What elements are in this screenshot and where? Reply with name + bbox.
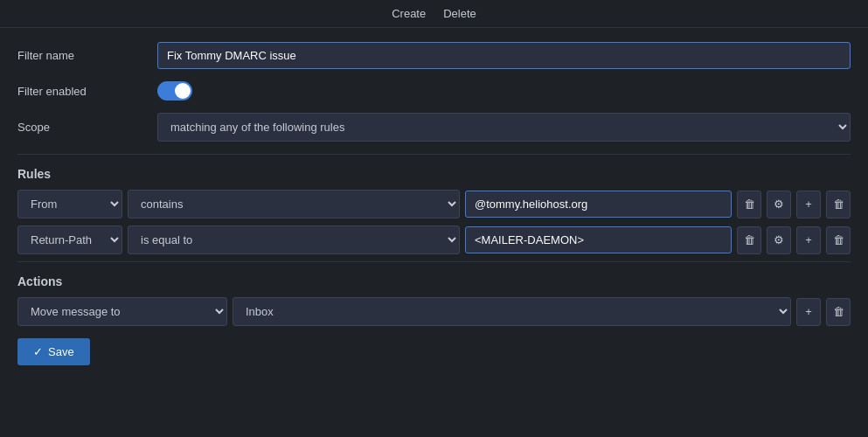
save-checkmark-icon: ✓ xyxy=(33,345,43,358)
rule2-delete-icon: 🗑 xyxy=(744,233,755,246)
filter-enabled-row: Filter enabled xyxy=(17,81,851,101)
rule2-gear-btn[interactable]: ⚙ xyxy=(767,226,791,254)
filter-enabled-toggle[interactable] xyxy=(157,81,192,101)
action-destination-select[interactable]: Inbox Spam Trash Sent xyxy=(233,297,791,326)
action-delete-icon: 🗑 xyxy=(833,305,844,318)
scope-select[interactable]: matching any of the following rules matc… xyxy=(157,113,851,142)
rule1-remove-icon: 🗑 xyxy=(833,198,844,211)
rule1-delete-icon: 🗑 xyxy=(744,198,755,211)
create-link[interactable]: Create xyxy=(392,7,426,20)
divider-2 xyxy=(17,261,851,262)
action-add-icon: + xyxy=(805,305,812,318)
rule1-value-input[interactable] xyxy=(465,191,732,218)
rule2-field-select[interactable]: From To Subject Return-Path xyxy=(17,225,122,254)
top-bar: Create Delete xyxy=(0,0,868,28)
filter-enabled-label: Filter enabled xyxy=(17,85,157,98)
filter-name-control xyxy=(157,42,851,69)
rule2-gear-icon: ⚙ xyxy=(774,233,784,246)
main-content: Filter name Filter enabled Scope matchin… xyxy=(0,28,868,379)
action-delete-btn[interactable]: 🗑 xyxy=(826,298,851,326)
scope-control: matching any of the following rules matc… xyxy=(157,113,851,142)
filter-name-input[interactable] xyxy=(157,42,851,69)
rule2-remove-btn[interactable]: 🗑 xyxy=(826,226,851,254)
scope-row: Scope matching any of the following rule… xyxy=(17,113,851,142)
save-button[interactable]: ✓ Save xyxy=(17,338,90,365)
rule2-value-input[interactable] xyxy=(465,226,732,253)
save-label: Save xyxy=(48,345,74,358)
rules-heading: Rules xyxy=(17,167,851,181)
rule2-delete-btn[interactable]: 🗑 xyxy=(737,226,761,254)
delete-link[interactable]: Delete xyxy=(443,7,476,20)
rule1-gear-btn[interactable]: ⚙ xyxy=(767,191,791,218)
rule1-remove-btn[interactable]: 🗑 xyxy=(826,191,851,218)
toggle-slider xyxy=(157,81,192,101)
rule2-add-icon: + xyxy=(805,233,812,246)
filter-name-row: Filter name xyxy=(17,42,851,69)
actions-heading: Actions xyxy=(17,274,851,288)
action-add-btn[interactable]: + xyxy=(796,298,821,326)
rule1-delete-btn[interactable]: 🗑 xyxy=(737,191,761,218)
rule2-add-btn[interactable]: + xyxy=(796,226,821,254)
actions-row: Move message to Copy message to Delete m… xyxy=(17,297,851,326)
rule2-operator-select[interactable]: contains does not contain is equal to is… xyxy=(128,225,460,254)
rule-row-2: From To Subject Return-Path contains doe… xyxy=(17,225,851,254)
rule1-add-btn[interactable]: + xyxy=(796,191,821,218)
rule1-field-select[interactable]: From To Subject Return-Path xyxy=(17,190,122,218)
divider-1 xyxy=(17,154,851,155)
filter-name-label: Filter name xyxy=(17,49,157,62)
action-type-select[interactable]: Move message to Copy message to Delete m… xyxy=(17,297,227,326)
rule1-operator-select[interactable]: contains does not contain is equal to is… xyxy=(128,190,460,218)
rule1-gear-icon: ⚙ xyxy=(774,198,784,211)
rule-row-1: From To Subject Return-Path contains doe… xyxy=(17,190,851,218)
filter-enabled-toggle-wrapper xyxy=(157,81,192,101)
rule1-add-icon: + xyxy=(805,198,812,211)
rule2-remove-icon: 🗑 xyxy=(833,233,844,246)
scope-label: Scope xyxy=(17,121,157,134)
